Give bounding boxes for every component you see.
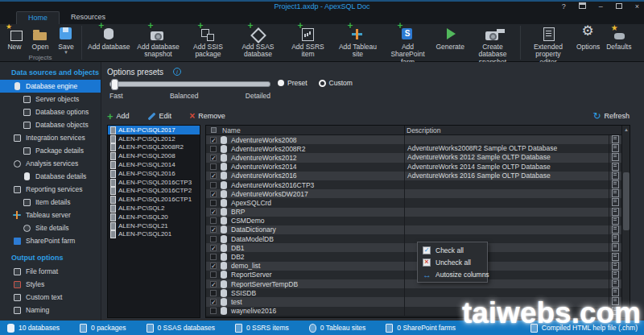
server-list-item[interactable]: ALEN-PC\SQL2012 (108, 134, 200, 143)
edit-description-button[interactable] (612, 262, 619, 271)
row-checkbox[interactable]: ✓ (210, 209, 217, 215)
server-list-item[interactable]: ALEN-PC\SQL2017 (108, 126, 200, 134)
row-checkbox[interactable] (210, 182, 217, 188)
sidebar-item-database-options[interactable]: Database options (0, 105, 101, 118)
scroll-up-icon[interactable]: ▴ (622, 126, 630, 134)
row-checkbox[interactable] (210, 217, 217, 224)
row-checkbox[interactable]: ✓ (210, 263, 217, 269)
server-list-item[interactable]: ALEN-PC\SQL20 (108, 213, 200, 221)
sidebar-item-site-details[interactable]: Site details (0, 221, 101, 234)
table-row[interactable]: SSISDB (206, 288, 621, 297)
vertical-scrollbar[interactable]: ▴ ▾ (621, 126, 630, 317)
status-output-format[interactable]: Compiled HTML help file (.chm) (530, 324, 638, 332)
edit-description-button[interactable] (612, 189, 619, 198)
open-button[interactable]: Open (27, 24, 53, 51)
sidebar-item-tableau-server[interactable]: Tableau server (0, 209, 101, 221)
add-ssis-package-button[interactable]: +Add SSIS package (183, 24, 233, 59)
table-row[interactable]: ✓ReportServerTempDB (206, 279, 621, 288)
server-list-item[interactable]: ALEN-PC\SQL2016CTP3 (108, 178, 200, 187)
server-list-item[interactable]: ALEN-PC\SQL2008 (108, 151, 200, 160)
options-button[interactable]: Options (573, 24, 603, 51)
row-checkbox[interactable] (210, 308, 217, 314)
table-row[interactable]: ReportServer (206, 271, 621, 279)
edit-description-button[interactable] (612, 163, 619, 172)
row-checkbox[interactable]: ✓ (210, 299, 217, 305)
edit-description-button[interactable] (612, 217, 619, 225)
edit-description-button[interactable] (612, 253, 619, 262)
row-checkbox[interactable]: ✓ (210, 281, 217, 287)
table-row[interactable]: ✓AdventureWorks2016AdventureWorks 2016 S… (206, 172, 621, 180)
save-button[interactable]: Save▾ (53, 24, 79, 54)
refresh-button[interactable]: ↻ Refresh (592, 112, 630, 120)
row-checkbox[interactable] (210, 290, 217, 296)
row-checkbox[interactable]: ✓ (210, 191, 217, 197)
server-list-item[interactable]: ALEN-PC\SQL201 (108, 230, 200, 239)
sidebar-item-styles[interactable]: Styles (0, 278, 101, 291)
options-preset-slider[interactable] (109, 81, 270, 87)
sidebar-item-database-details[interactable]: Database details (0, 170, 101, 183)
edit-description-button[interactable] (612, 144, 619, 153)
edit-server-button[interactable]: Edit (147, 112, 172, 120)
remove-server-button[interactable]: × Remove (189, 112, 225, 120)
add-database-snapshot-button[interactable]: +Add database snapshot (133, 24, 183, 59)
row-checkbox[interactable]: ✓ (210, 245, 217, 251)
server-list-item[interactable]: ALEN-PC\SQL2014 (108, 160, 200, 169)
edit-description-button[interactable] (612, 297, 619, 306)
defaults-button[interactable]: Defaults (603, 24, 634, 51)
menu-item-check-all[interactable]: Check all (418, 244, 487, 256)
table-row[interactable]: DB2 (206, 252, 621, 261)
sidebar-item-package-details[interactable]: Package details (0, 144, 101, 157)
edit-description-button[interactable] (612, 288, 619, 297)
add-server-button[interactable]: + Add (107, 112, 130, 120)
server-list-item[interactable]: ALEN-PC\SQL2016 (108, 169, 200, 178)
edit-description-button[interactable] (612, 243, 619, 252)
sidebar-item-custom-text[interactable]: Custom text (0, 291, 101, 304)
table-row[interactable]: waynelive2016 (206, 307, 621, 316)
server-list-item[interactable]: ALEN-PC\SQL21 (108, 221, 200, 230)
tab-resources[interactable]: Resources (60, 11, 117, 24)
row-checkbox[interactable] (210, 146, 217, 152)
edit-description-button[interactable] (612, 279, 619, 288)
ribbon-panel-button[interactable] (579, 2, 586, 11)
row-checkbox[interactable]: ✓ (210, 226, 217, 233)
scroll-down-icon[interactable]: ▾ (622, 309, 630, 317)
close-button[interactable]: × (635, 2, 639, 11)
edit-description-button[interactable] (612, 153, 619, 162)
table-row[interactable]: ✓DB1 (206, 243, 621, 252)
column-header-description[interactable]: Description (404, 126, 621, 134)
add-tableau-site-button[interactable]: +Add Tableau site (332, 24, 382, 59)
table-row[interactable]: AdventureWorks2014AdventureWorks 2014 Sa… (206, 163, 621, 172)
add-ssas-database-button[interactable]: +Add SSAS database (233, 24, 283, 59)
tab-home[interactable]: Home (16, 11, 60, 24)
add-ssrs-item-button[interactable]: +Add SSRS item (283, 24, 332, 59)
table-row[interactable]: ✓AdventureWorks2012AdventureWorks 2012 S… (206, 153, 621, 162)
scrollbar-thumb[interactable] (623, 172, 630, 230)
table-row[interactable]: ✓demo_list (206, 262, 621, 271)
table-row[interactable]: ApexSQLCrd (206, 198, 621, 207)
sidebar-item-sharepoint-farm[interactable]: SharePoint farm (0, 234, 101, 247)
edit-description-button[interactable] (612, 307, 619, 316)
help-button[interactable]: ? (562, 2, 566, 11)
server-list-item[interactable]: ALEN-PC\SQL2008R2 (108, 143, 200, 152)
add-sharepoint-farm-button[interactable]: +Add SharePoint farm (382, 24, 432, 66)
table-row[interactable]: ✓AdventureWorks2008 (206, 135, 621, 144)
table-row[interactable]: AdventureWorks2008R2AdventureWorks2008R2… (206, 144, 621, 153)
edit-description-button[interactable] (612, 208, 619, 217)
sidebar-item-item-details[interactable]: Item details (0, 196, 101, 209)
generate-button[interactable]: Generate (432, 24, 467, 51)
table-row[interactable]: ✓DataDictionary (206, 225, 621, 234)
table-row[interactable]: CSMDemo (206, 217, 621, 225)
sidebar-item-server-objects[interactable]: Server objects (0, 93, 101, 105)
sidebar-item-database-objects[interactable]: Database objects (0, 118, 101, 131)
column-header-name[interactable]: Name (221, 126, 404, 134)
row-checkbox[interactable]: ✓ (210, 172, 217, 179)
table-row[interactable]: ✓AdventureWorksDW2017 (206, 189, 621, 198)
header-checkbox[interactable] (206, 127, 221, 133)
row-checkbox[interactable] (210, 236, 217, 242)
table-row[interactable]: DataModelDB (206, 234, 621, 243)
info-icon[interactable]: i (173, 68, 181, 76)
row-checkbox[interactable] (210, 271, 217, 278)
slider-thumb[interactable] (111, 79, 118, 90)
create-database-snapshot-button[interactable]: Create database snapshot (468, 24, 518, 66)
edit-description-button[interactable] (612, 135, 619, 144)
